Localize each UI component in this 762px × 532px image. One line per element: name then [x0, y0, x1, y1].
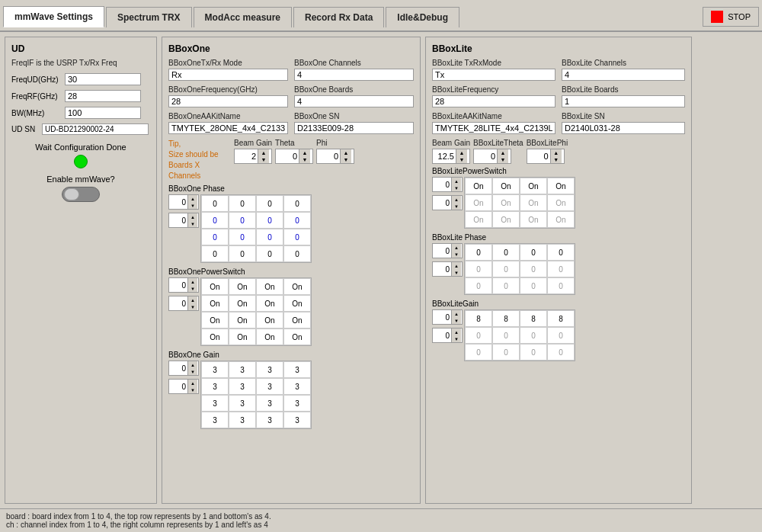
lite-gain-spin-up-1[interactable]: ▲: [452, 310, 461, 317]
theta-down[interactable]: ▼: [299, 156, 310, 163]
bbox-one-aakit-input[interactable]: [168, 122, 288, 134]
beam-gain-up[interactable]: ▲: [258, 149, 269, 156]
bbox-lite-beam-gain-up[interactable]: ▲: [456, 149, 467, 156]
phase-spinbox-2[interactable]: ▲ ▼: [168, 213, 199, 228]
theta-input[interactable]: [276, 151, 299, 162]
lite-phase-spinbox-2[interactable]: ▲ ▼: [432, 261, 463, 277]
phi-up[interactable]: ▲: [341, 149, 351, 156]
phase-spin-input-1[interactable]: [169, 198, 187, 207]
bbox-lite-beam-gain-spinbox[interactable]: ▲ ▼: [432, 149, 470, 164]
power-spin-input-2[interactable]: [169, 300, 187, 308]
phase-spinbox-1[interactable]: ▲ ▼: [168, 194, 199, 210]
theta-up[interactable]: ▲: [299, 149, 310, 156]
lite-power-spin-input-1[interactable]: [433, 181, 451, 189]
lite-phase-spin-input-2[interactable]: [433, 265, 451, 274]
beam-gain-spinbox[interactable]: ▲ ▼: [234, 149, 272, 164]
bbox-lite-phi-input[interactable]: [527, 151, 550, 162]
bbox-lite-theta-spinbox[interactable]: ▲ ▼: [473, 149, 511, 164]
lite-gain-spin-up-2[interactable]: ▲: [452, 328, 461, 335]
bbox-lite-phi-down[interactable]: ▼: [551, 156, 562, 163]
bbox-lite-theta-down[interactable]: ▼: [498, 156, 508, 163]
phase-spin-dn-1[interactable]: ▼: [188, 202, 197, 209]
lite-power-spinbox-1[interactable]: ▲ ▼: [432, 177, 463, 192]
gain-spinbox-1[interactable]: ▲ ▼: [168, 361, 199, 376]
ud-sn-input[interactable]: [42, 123, 149, 135]
lite-gain-spin-dn-1[interactable]: ▼: [452, 317, 461, 324]
bbox-lite-freq-input[interactable]: [432, 95, 555, 107]
bbox-one-boards-input[interactable]: [294, 95, 414, 107]
bbox-one-phase-spinboxes: ▲ ▼ ▲ ▼: [168, 194, 199, 228]
theta-spinbox[interactable]: ▲ ▼: [275, 149, 313, 164]
lite-phase-spin-up-2[interactable]: ▲: [452, 262, 461, 269]
gain-spin-dn-1[interactable]: ▼: [188, 368, 197, 375]
bbox-lite-mode-input[interactable]: [432, 69, 555, 81]
beam-gain-input[interactable]: [235, 151, 258, 162]
tab-idle[interactable]: Idle&Debug: [386, 7, 459, 27]
lite-gain-spinbox-2[interactable]: ▲ ▼: [432, 328, 463, 343]
power-spin-dn-1[interactable]: ▼: [188, 285, 197, 292]
phase-spin-up-1[interactable]: ▲: [188, 195, 197, 202]
lite-gain-spinbox-1[interactable]: ▲ ▼: [432, 309, 463, 325]
bbox-lite-phi-spinbox[interactable]: ▲ ▼: [527, 149, 565, 164]
freqrf-input[interactable]: [65, 90, 141, 102]
lite-power-spin-dn-1[interactable]: ▼: [452, 184, 461, 191]
beam-gain-down[interactable]: ▼: [258, 156, 269, 163]
lite-power-spin-dn-2[interactable]: ▼: [452, 203, 461, 210]
bbox-lite-theta-up[interactable]: ▲: [498, 149, 508, 156]
bbox-lite-channels-input[interactable]: [562, 69, 685, 81]
bbox-one-channels-input[interactable]: [294, 69, 414, 81]
phase-cell: 0: [229, 212, 256, 229]
bbox-one-mode-input[interactable]: [168, 69, 288, 81]
gain-cell: 3: [256, 412, 283, 428]
bbox-lite-boards-input[interactable]: [562, 95, 685, 107]
power-spin-input-1[interactable]: [169, 281, 187, 290]
lite-phase-spin-up-1[interactable]: ▲: [452, 244, 461, 251]
power-spin-up-1[interactable]: ▲: [188, 278, 197, 285]
gain-spin-up-2[interactable]: ▲: [188, 380, 197, 386]
power-spin-up-2[interactable]: ▲: [188, 296, 197, 303]
phase-spin-up-2[interactable]: ▲: [188, 213, 197, 220]
power-spin-dn-2[interactable]: ▼: [188, 303, 197, 310]
bbox-lite-beam-gain-down[interactable]: ▼: [456, 156, 467, 163]
enable-toggle[interactable]: [62, 187, 100, 202]
lite-power-spinbox-2[interactable]: ▲ ▼: [432, 195, 463, 210]
tab-mmwave[interactable]: mmWave Settings: [3, 6, 104, 27]
tab-spectrum[interactable]: Spectrum TRX: [106, 7, 192, 27]
bbox-one-sn-input[interactable]: [294, 122, 414, 134]
lite-phase-spinbox-1[interactable]: ▲ ▼: [432, 243, 463, 258]
lite-phase-spin-dn-2[interactable]: ▼: [452, 269, 461, 276]
bbox-one-freq-input[interactable]: [168, 95, 288, 107]
bw-input[interactable]: [65, 107, 141, 119]
power-cell: On: [229, 328, 256, 345]
lite-gain-spin-input-2[interactable]: [433, 332, 451, 340]
power-spinbox-2[interactable]: ▲ ▼: [168, 296, 199, 311]
bbox-lite-theta-input[interactable]: [474, 151, 497, 162]
lite-power-spin-up-2[interactable]: ▲: [452, 196, 461, 203]
gain-spin-up-1[interactable]: ▲: [188, 361, 197, 368]
lite-power-spin-up-1[interactable]: ▲: [452, 178, 461, 184]
gain-spin-input-2[interactable]: [169, 383, 187, 391]
bbox-lite-aakit-input[interactable]: [432, 122, 555, 134]
frequd-input[interactable]: [65, 73, 141, 85]
bbox-lite-sn-input[interactable]: [562, 122, 685, 134]
phi-input[interactable]: [317, 151, 340, 162]
power-spinbox-1[interactable]: ▲ ▼: [168, 277, 199, 293]
lite-gain-spin-dn-2[interactable]: ▼: [452, 335, 461, 342]
bbox-lite-beam-gain-input[interactable]: [433, 151, 456, 162]
bbox-lite-phase-spinboxes: ▲ ▼ ▲ ▼: [432, 243, 463, 277]
tab-modacc[interactable]: ModAcc measure: [194, 7, 292, 27]
phase-spin-input-2[interactable]: [169, 216, 187, 225]
bbox-lite-phi-up[interactable]: ▲: [551, 149, 562, 156]
lite-phase-spin-input-1[interactable]: [433, 247, 451, 255]
phase-spin-dn-2[interactable]: ▼: [188, 220, 197, 227]
phi-down[interactable]: ▼: [341, 156, 351, 163]
gain-spin-dn-2[interactable]: ▼: [188, 386, 197, 393]
lite-phase-spin-dn-1[interactable]: ▼: [452, 251, 461, 258]
lite-gain-spin-input-1[interactable]: [433, 313, 451, 322]
lite-power-spin-input-2[interactable]: [433, 199, 451, 207]
stop-button[interactable]: STOP: [703, 7, 759, 27]
gain-spin-input-1[interactable]: [169, 364, 187, 373]
tab-record[interactable]: Record Rx Data: [293, 7, 384, 27]
phi-spinbox[interactable]: ▲ ▼: [316, 149, 354, 164]
gain-spinbox-2[interactable]: ▲ ▼: [168, 379, 199, 394]
